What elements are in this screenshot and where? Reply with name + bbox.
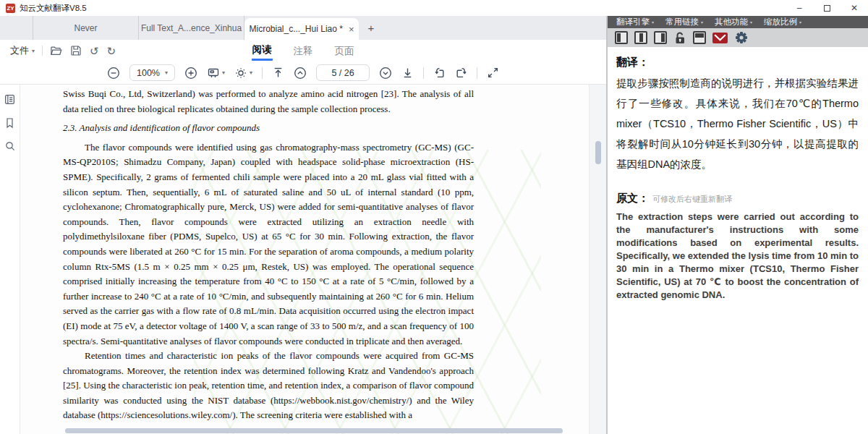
brightness-sun-icon [234, 67, 247, 80]
page-display-mode-button[interactable]: ▾ [207, 67, 225, 80]
brightness-button[interactable]: ▾ [234, 67, 252, 80]
file-menu[interactable]: 文件 ▾ [10, 44, 35, 57]
tab-pages[interactable]: 页面 [334, 42, 355, 60]
layout-right-pane-button[interactable] [654, 31, 667, 44]
redo-button[interactable]: ↻ [107, 46, 116, 56]
page-number-input[interactable]: 5 / 26 [316, 64, 370, 81]
chevron-down-icon: ▾ [250, 69, 252, 76]
tab-label: Full Text_A...ence_Xinhua [141, 23, 242, 33]
document-paragraph: The flavor compounds were identified usi… [63, 140, 474, 349]
bookmark-icon [4, 117, 15, 129]
arrow-to-top-icon [272, 67, 284, 79]
file-menu-label: 文件 [10, 44, 29, 57]
vertical-scrollbar-thumb[interactable] [595, 141, 601, 164]
toolbar-separator [423, 67, 424, 79]
tab-never[interactable]: Never [33, 16, 139, 40]
translation-text[interactable]: 提取步骤按照制造商的说明进行，并根据实验结果进行了一些修改。具体来说，我们在70… [616, 73, 859, 174]
previous-page-button[interactable] [294, 67, 307, 80]
thumbnails-panel-button[interactable] [4, 93, 16, 106]
chevron-up-circle-icon [294, 67, 307, 80]
layout-horizontal-icon [695, 33, 704, 38]
undo-button[interactable]: ↺ [90, 46, 99, 56]
save-button[interactable] [70, 45, 82, 56]
chevron-down-icon: ▾ [222, 69, 225, 76]
menu-other-functions[interactable]: 其他功能 ▾ [715, 17, 752, 27]
settings-gear-icon [734, 30, 749, 45]
rotate-page-right-button[interactable] [455, 67, 467, 79]
go-to-bottom-button[interactable] [401, 67, 414, 79]
tab-annotate[interactable]: 注释 [293, 42, 314, 60]
mail-envelope-icon [714, 34, 726, 42]
open-file-button[interactable] [50, 45, 62, 57]
close-tab-icon[interactable]: × [349, 24, 354, 35]
tab-bar-spacer [0, 16, 33, 40]
zoom-level-value: 100% [137, 68, 160, 78]
document-tab-bar: Never Full Text_A...ence_Xinhua Microbia… [0, 16, 606, 40]
search-icon [4, 140, 16, 152]
search-panel-button[interactable] [4, 140, 16, 152]
circle-plus-icon [184, 67, 197, 80]
toolbar-separator [262, 67, 263, 79]
outline-panel-icon [4, 93, 16, 106]
layout-left-pane-button[interactable] [615, 31, 628, 44]
pdf-viewer[interactable]: Swiss Buqi Co., Ltd, Switzerland) was pe… [20, 85, 606, 434]
next-page-button[interactable] [379, 67, 392, 80]
layout-split-pane-button[interactable] [634, 31, 647, 44]
menu-common-links[interactable]: 常用链接 ▾ [665, 17, 703, 27]
chevron-down-icon: ▾ [165, 69, 168, 76]
menu-translate-engine[interactable]: 翻译引擎 ▾ [616, 17, 654, 27]
translation-heading: 翻译： [616, 56, 859, 69]
rotate-left-icon [433, 67, 446, 79]
horizontal-scrollbar-thumb[interactable] [65, 428, 563, 433]
document-paragraph: Swiss Buqi Co., Ltd, Switzerland) was pe… [63, 87, 474, 116]
lock-panel-button[interactable] [673, 31, 686, 45]
toolbar-separator [477, 67, 477, 79]
close-button[interactable]: ✕ [841, 0, 868, 16]
pdf-page: Swiss Buqi Co., Ltd, Switzerland) was pe… [20, 85, 589, 434]
vertical-scrollbar[interactable] [589, 85, 606, 434]
app-logo-icon: ZY [6, 4, 15, 13]
original-text[interactable]: The extraction steps were carried out ac… [616, 210, 859, 302]
layout-horizontal-pane-button[interactable] [693, 31, 706, 44]
chevron-down-icon: ▾ [750, 20, 752, 25]
menu-label: 翻译引擎 [616, 17, 650, 27]
layout-split-icon [639, 33, 643, 42]
settings-button[interactable] [734, 30, 749, 45]
zoom-level-select[interactable]: 100% ▾ [129, 64, 175, 81]
bookmarks-panel-button[interactable] [4, 117, 15, 129]
circle-minus-icon [107, 67, 120, 80]
maximize-button[interactable] [813, 0, 841, 16]
tab-read[interactable]: 阅读 [252, 41, 273, 61]
menu-label: 常用链接 [665, 17, 699, 27]
feedback-mail-button[interactable] [712, 33, 728, 43]
chevron-down-icon: ▾ [799, 20, 801, 25]
layout-right-icon [661, 33, 665, 42]
fullscreen-button[interactable] [487, 67, 499, 79]
layout-left-icon [617, 33, 621, 42]
minimize-button[interactable]: – [786, 0, 813, 16]
new-tab-button[interactable]: + [359, 16, 383, 40]
go-to-top-button[interactable] [272, 67, 284, 79]
original-heading: 原文： [616, 192, 649, 205]
window-controls: – ✕ [786, 0, 868, 16]
arrow-to-bottom-icon [401, 67, 414, 79]
menu-label: 其他功能 [715, 17, 748, 27]
chevron-down-icon: ▾ [701, 20, 703, 25]
tab-fulltext-document[interactable]: Full Text_A...ence_Xinhua [139, 16, 244, 40]
display-mode-icon [207, 67, 220, 80]
document-paragraph: 2.3. Analysis and identification of flav… [63, 121, 474, 136]
chevron-down-icon: ▾ [652, 20, 654, 25]
app-title: 知云文献翻译V8.5 [20, 3, 87, 14]
pdf-toolbar: 100% ▾ ▾ ▾ [0, 61, 606, 85]
zoom-out-button[interactable] [107, 67, 120, 80]
rotate-page-left-button[interactable] [433, 67, 446, 79]
menu-label: 缩放比例 [764, 17, 797, 27]
translation-menu-bar: 翻译引擎 ▾ 常用链接 ▾ 其他功能 ▾ 缩放比例 ▾ [608, 16, 868, 28]
save-icon [70, 45, 82, 56]
tab-microbial-document-active[interactable]: Microbial_c..._Hui Liao * × [244, 18, 359, 40]
menu-zoom-ratio[interactable]: 缩放比例 ▾ [764, 17, 801, 27]
chevron-down-icon: ▾ [32, 48, 35, 54]
reader-panel: Never Full Text_A...ence_Xinhua Microbia… [0, 16, 606, 434]
zoom-in-button[interactable] [184, 67, 197, 80]
pdf-text-column: Swiss Buqi Co., Ltd, Switzerland) was pe… [63, 87, 474, 423]
